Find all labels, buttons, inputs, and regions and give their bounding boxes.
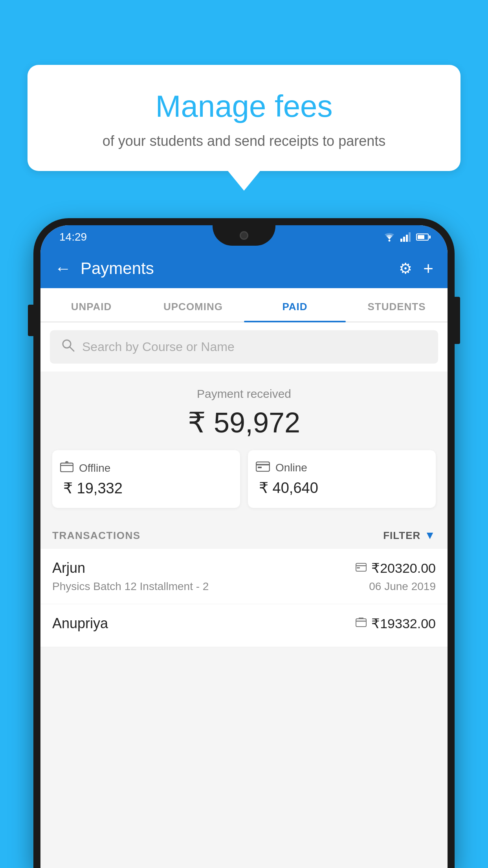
- tab-students[interactable]: STUDENTS: [346, 288, 448, 322]
- wifi-icon: [383, 232, 396, 242]
- online-icon: [256, 461, 270, 474]
- tab-upcoming[interactable]: UPCOMING: [142, 288, 244, 322]
- offline-icon: [60, 461, 73, 475]
- svg-rect-4: [409, 232, 411, 242]
- online-card: Online ₹ 40,640: [248, 450, 436, 508]
- tabs: UNPAID UPCOMING PAID STUDENTS: [40, 288, 448, 322]
- svg-point-0: [389, 240, 391, 242]
- payment-summary: Payment received ₹ 59,972: [40, 371, 448, 520]
- search-box[interactable]: Search by Course or Name: [50, 330, 438, 364]
- transaction-bottom-1: Physics Batch 12 Installment - 2 06 June…: [52, 580, 436, 593]
- transaction-amount-wrap-2: ₹19332.00: [356, 616, 436, 631]
- tab-paid[interactable]: PAID: [244, 288, 346, 322]
- svg-rect-1: [400, 239, 402, 242]
- settings-button[interactable]: ⚙: [399, 260, 412, 277]
- status-time: 14:29: [59, 231, 87, 243]
- filter-label: FILTER: [383, 530, 420, 542]
- transactions-label: TRANSACTIONS: [52, 530, 141, 542]
- transaction-row[interactable]: Arjun ₹20320.00 Physics Batch 1: [40, 549, 448, 604]
- transaction-amount-2: ₹19332.00: [371, 616, 436, 631]
- bubble-title: Manage fees: [51, 88, 437, 124]
- battery-icon: [416, 234, 429, 241]
- payment-total: ₹ 59,972: [52, 406, 436, 439]
- offline-card-header: Offline: [60, 461, 232, 475]
- offline-amount: ₹ 19,332: [60, 480, 232, 497]
- svg-rect-7: [61, 463, 73, 472]
- background: Manage fees of your students and send re…: [0, 0, 488, 868]
- search-container: Search by Course or Name: [40, 322, 448, 371]
- signal-icon: [400, 232, 411, 242]
- status-bar: 14:29: [40, 225, 448, 249]
- transaction-amount-wrap-1: ₹20320.00: [356, 560, 436, 576]
- transaction-date-1: 06 June 2019: [369, 580, 436, 593]
- transaction-pay-icon-1: [356, 562, 367, 574]
- camera-dot: [240, 231, 248, 240]
- app-bar: ← Payments ⚙ +: [40, 249, 448, 288]
- search-input[interactable]: Search by Course or Name: [82, 340, 235, 354]
- transaction-name-2: Anupriya: [52, 615, 108, 632]
- payment-label: Payment received: [52, 387, 436, 401]
- filter-icon: ▼: [424, 529, 436, 542]
- transaction-top-2: Anupriya ₹19332.00: [52, 615, 436, 632]
- app-bar-actions: ⚙ +: [399, 259, 433, 278]
- transaction-name-1: Arjun: [52, 560, 85, 576]
- search-icon: [61, 338, 75, 356]
- phone-frame: 14:29: [33, 218, 455, 868]
- transaction-course-1: Physics Batch 12 Installment - 2: [52, 580, 209, 593]
- offline-type: Offline: [79, 462, 110, 474]
- filter-button[interactable]: FILTER ▼: [383, 529, 436, 542]
- svg-rect-15: [357, 567, 360, 568]
- transaction-top-1: Arjun ₹20320.00: [52, 560, 436, 576]
- phone-screen: 14:29: [40, 225, 448, 868]
- svg-line-6: [70, 347, 74, 351]
- add-button[interactable]: +: [423, 259, 433, 278]
- transaction-row-2[interactable]: Anupriya ₹19332.00: [40, 604, 448, 647]
- transactions-header: TRANSACTIONS FILTER ▼: [40, 520, 448, 549]
- payment-cards: Offline ₹ 19,332: [52, 450, 436, 508]
- transaction-amount-1: ₹20320.00: [371, 560, 436, 576]
- tab-unpaid[interactable]: UNPAID: [40, 288, 142, 322]
- svg-rect-2: [403, 237, 405, 242]
- speech-bubble: Manage fees of your students and send re…: [28, 65, 460, 171]
- offline-card: Offline ₹ 19,332: [52, 450, 240, 508]
- notch: [213, 225, 275, 246]
- bubble-subtitle: of your students and send receipts to pa…: [51, 133, 437, 149]
- online-amount: ₹ 40,640: [256, 479, 428, 497]
- svg-rect-16: [356, 619, 366, 627]
- online-type: Online: [275, 462, 307, 474]
- back-button[interactable]: ←: [55, 259, 71, 278]
- svg-rect-12: [258, 467, 262, 468]
- status-icons: [383, 232, 429, 242]
- app-title: Payments: [81, 259, 389, 278]
- online-card-header: Online: [256, 461, 428, 474]
- transaction-pay-icon-2: [356, 618, 367, 630]
- svg-rect-3: [406, 235, 408, 242]
